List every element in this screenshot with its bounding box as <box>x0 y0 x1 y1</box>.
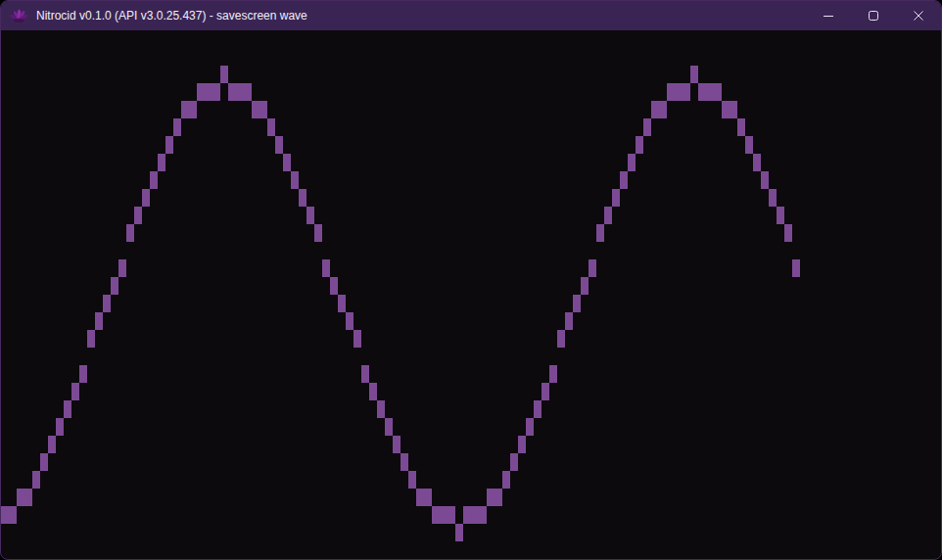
wave-cell <box>792 259 800 277</box>
wave-cell <box>565 312 573 330</box>
wave-cell <box>212 83 220 101</box>
wave-cell <box>518 436 526 453</box>
wave-cell <box>267 118 275 136</box>
close-icon <box>914 11 923 21</box>
wave-cell <box>690 66 698 83</box>
wave-cell <box>338 295 346 312</box>
wave-cell <box>346 312 353 330</box>
wave-cell <box>314 224 322 242</box>
wave-cell <box>589 259 596 277</box>
window-controls <box>806 1 941 30</box>
wave-cell <box>698 83 706 101</box>
wave-cell <box>71 383 79 400</box>
wave-cell <box>361 365 369 383</box>
wave-cell <box>259 101 267 118</box>
wave-cell <box>165 136 173 154</box>
wave-cell <box>596 224 604 242</box>
wave-cell <box>377 400 385 418</box>
wave-cell <box>620 171 628 189</box>
wave-cell <box>440 506 447 524</box>
wave-cell <box>675 83 683 101</box>
wave-cell <box>745 136 753 154</box>
wave-cell <box>479 506 487 524</box>
wave-cell <box>173 118 181 136</box>
wave-cell <box>158 154 165 171</box>
wave-cell <box>651 101 659 118</box>
wave-cell <box>79 365 87 383</box>
wave-cell <box>1 506 9 524</box>
wave-cell <box>181 101 189 118</box>
wave-cell <box>659 101 667 118</box>
wave-cell <box>534 400 542 418</box>
wave-cell <box>463 506 471 524</box>
wave-cell <box>118 259 126 277</box>
wave-cell <box>103 295 111 312</box>
wave-cell <box>9 506 17 524</box>
wave-cell <box>408 471 416 489</box>
wave-cell <box>628 154 636 171</box>
wave-cell <box>306 207 314 224</box>
wave-cell <box>353 330 361 348</box>
wave-cell <box>549 365 557 383</box>
wave-cell <box>244 83 252 101</box>
wave-cell <box>236 83 244 101</box>
wave-cell <box>604 207 612 224</box>
terminal-screen[interactable] <box>1 30 941 559</box>
close-button[interactable] <box>896 1 941 30</box>
wave-cell <box>48 436 56 453</box>
minimize-button[interactable] <box>806 1 851 30</box>
nitrocid-logo-icon <box>11 8 27 24</box>
wave-cell <box>299 189 306 207</box>
wave-cell <box>447 506 455 524</box>
wave-cell <box>87 330 95 348</box>
wave-cell <box>32 471 40 489</box>
wave-cell <box>769 189 777 207</box>
wave-cell <box>432 506 440 524</box>
wave-cell <box>291 171 299 189</box>
wave-cell <box>111 277 118 295</box>
window-title: Nitrocid v0.1.0 (API v3.0.25.437) - save… <box>36 1 307 30</box>
wave-cell <box>385 418 393 436</box>
wave-cell <box>126 224 134 242</box>
wave-cell <box>455 524 463 541</box>
wave-cell <box>573 295 581 312</box>
wave-cell <box>369 383 377 400</box>
wave-cell <box>667 83 675 101</box>
minimize-icon <box>824 11 833 21</box>
wave-cell <box>197 83 205 101</box>
wave-cell <box>189 101 197 118</box>
maximize-button[interactable] <box>851 1 896 30</box>
wave-cell <box>510 453 518 471</box>
wave-cell <box>95 312 103 330</box>
wave-cell <box>753 154 761 171</box>
wave-cell <box>416 489 424 506</box>
wave-cell <box>526 418 534 436</box>
wave-cell <box>777 207 784 224</box>
wave-cell <box>730 101 737 118</box>
wave-cell <box>636 136 643 154</box>
wave-cell <box>40 453 48 471</box>
wave-cell <box>134 207 142 224</box>
wave-cell <box>714 83 722 101</box>
app-window: Nitrocid v0.1.0 (API v3.0.25.437) - save… <box>0 0 942 560</box>
wave-cell <box>24 489 32 506</box>
wave-cell <box>761 171 769 189</box>
wave-cell <box>56 418 64 436</box>
wave-cell <box>322 259 330 277</box>
wave-cell <box>683 83 690 101</box>
wave-cell <box>330 277 338 295</box>
wave-cell <box>706 83 714 101</box>
wave-cell <box>283 154 291 171</box>
wave-cell <box>612 189 620 207</box>
maximize-icon <box>869 11 878 21</box>
wave-cell <box>228 83 236 101</box>
titlebar[interactable]: Nitrocid v0.1.0 (API v3.0.25.437) - save… <box>1 1 941 30</box>
wave-cell <box>784 224 792 242</box>
wave-cell <box>142 189 150 207</box>
wave-cell <box>581 277 589 295</box>
wave-cell <box>400 453 408 471</box>
wave-cell <box>737 118 745 136</box>
wave-cell <box>252 101 259 118</box>
wave-cell <box>487 489 495 506</box>
wave-cell <box>557 330 565 348</box>
